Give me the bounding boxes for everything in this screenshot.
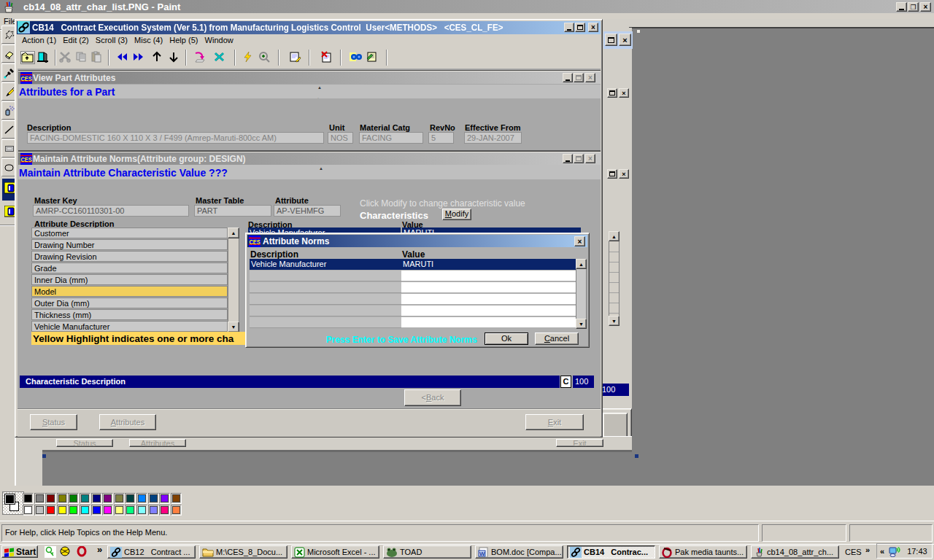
svg-text:CES: CES: [21, 75, 32, 82]
svg-text:W: W: [479, 551, 485, 557]
svg-text:CES: CES: [21, 156, 32, 163]
svg-text:CES: CES: [250, 238, 260, 246]
